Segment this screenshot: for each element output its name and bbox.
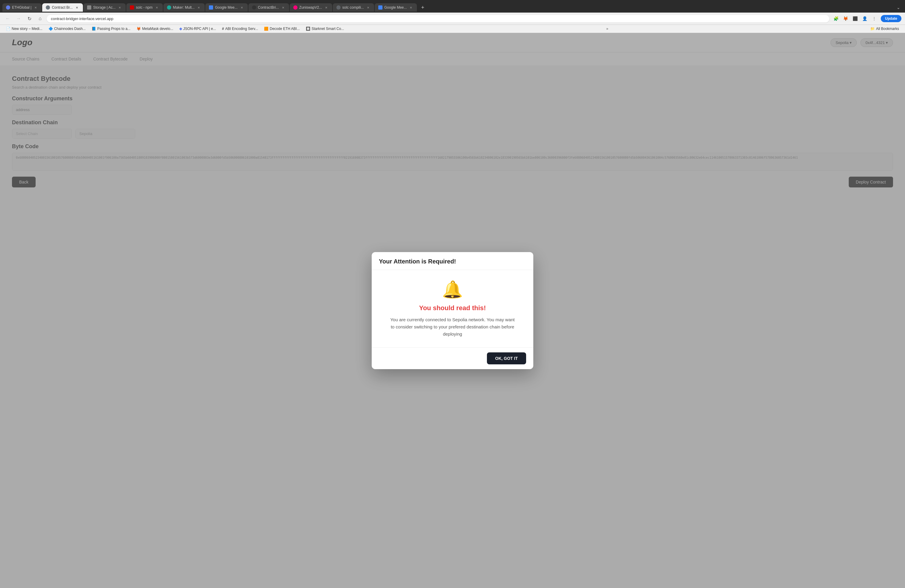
address-input[interactable] bbox=[47, 15, 829, 22]
tab-google1[interactable]: Google Mee... ✕ bbox=[205, 3, 248, 12]
forward-button[interactable]: → bbox=[14, 14, 23, 23]
modal-footer: OK, GOT IT bbox=[372, 348, 533, 369]
bookmark-favicon-story: 📄 bbox=[6, 27, 11, 31]
home-button[interactable]: ⌂ bbox=[36, 14, 44, 23]
bookmark-metamask[interactable]: 🦊 MetaMask develo... bbox=[134, 26, 176, 32]
tab-favicon-google2 bbox=[378, 5, 383, 10]
modal-warning-title: You should read this! bbox=[419, 304, 486, 312]
modal-warning-text: You are currently connected to Sepolia n… bbox=[390, 316, 515, 338]
modal-header: Your Attention is Required! bbox=[372, 252, 533, 270]
folder-icon: 📁 bbox=[870, 27, 875, 31]
bookmark-label-metamask: MetaMask develo... bbox=[142, 27, 173, 31]
bookmark-favicon-abi: # bbox=[222, 27, 224, 31]
tab-favicon-contract bbox=[46, 5, 50, 10]
menu-dots-icon[interactable]: ⋮ bbox=[870, 14, 878, 23]
tab-favicon-storage bbox=[87, 5, 91, 10]
tab-contractbri[interactable]: ContractBri... ✕ bbox=[248, 3, 289, 12]
tab-label-contract: Contract Br... bbox=[52, 5, 73, 10]
attention-modal: Your Attention is Required! 🔔 You should… bbox=[372, 252, 533, 369]
tab-label-contractbri: ContractBri... bbox=[258, 5, 279, 10]
tab-favicon-solc bbox=[130, 5, 134, 10]
tab-label-eth: ETHGlobal | bbox=[12, 5, 32, 10]
browser-frame: ETHGlobal | ✕ Contract Br... ✕ Storage |… bbox=[0, 0, 905, 588]
tab-eth[interactable]: ETHGlobal | ✕ bbox=[2, 3, 41, 12]
bell-icon: 🔔 bbox=[442, 280, 463, 299]
tab-favicon-github bbox=[252, 5, 256, 10]
bookmark-decode-eth[interactable]: 🟧 Decode ETH ABI... bbox=[262, 26, 302, 32]
new-tab-button[interactable]: + bbox=[419, 3, 427, 12]
metamask-fox-icon[interactable]: 🦊 bbox=[841, 14, 849, 23]
tab-close-contract[interactable]: ✕ bbox=[75, 5, 79, 10]
more-tabs-button[interactable]: ⌄ bbox=[894, 4, 903, 11]
tab-storage[interactable]: Storage | Ac... ✕ bbox=[84, 3, 126, 12]
bookmark-label-decode: Decode ETH ABI... bbox=[270, 27, 300, 31]
bookmark-new-story[interactable]: 📄 New story – Medi... bbox=[3, 26, 45, 32]
toolbar-icons: 🧩 🦊 ⬛ 👤 ⋮ bbox=[832, 14, 878, 23]
bookmarks-more-button[interactable]: » bbox=[605, 26, 610, 32]
bookmarks-folder-label: All Bookmarks bbox=[876, 27, 899, 31]
tab-favicon-maker bbox=[167, 5, 171, 10]
bookmark-label-props: Passing Props to a... bbox=[97, 27, 130, 31]
tab-favicon-google1 bbox=[209, 5, 213, 10]
modal-ok-button[interactable]: OK, GOT IT bbox=[487, 352, 526, 364]
bookmark-favicon-decode: 🟧 bbox=[264, 27, 268, 31]
tab-favicon-uniswap bbox=[293, 5, 297, 10]
tab-close-eth[interactable]: ✕ bbox=[33, 5, 38, 10]
tab-close-storage[interactable]: ✕ bbox=[117, 5, 122, 10]
tab-contract[interactable]: Contract Br... ✕ bbox=[42, 3, 83, 12]
profile-icon[interactable]: 👤 bbox=[861, 14, 869, 23]
tab-bar: ETHGlobal | ✕ Contract Br... ✕ Storage |… bbox=[0, 0, 905, 13]
bookmark-chainnodes[interactable]: 🔷 Chainnodes Dash... bbox=[46, 26, 88, 32]
page-content: Logo Sepolia ▾ 0x4f...4321 ▾ Source Chai… bbox=[0, 33, 905, 588]
tab-label-storage: Storage | Ac... bbox=[93, 5, 116, 10]
bookmark-favicon-metamask: 🦊 bbox=[137, 27, 141, 31]
reload-button[interactable]: ↻ bbox=[25, 14, 33, 23]
tab-close-google2[interactable]: ✕ bbox=[408, 5, 413, 10]
tab-close-solcc[interactable]: ✕ bbox=[366, 5, 370, 10]
modal-title: Your Attention is Required! bbox=[379, 258, 526, 265]
tab-close-maker[interactable]: ✕ bbox=[196, 5, 201, 10]
tab-label-google2: Google Mee... bbox=[384, 5, 407, 10]
bookmark-favicon-jsonrpc: ◆ bbox=[179, 27, 182, 31]
tab-label-maker: Maker: Mult... bbox=[173, 5, 195, 10]
bookmark-favicon-chainnodes: 🔷 bbox=[49, 27, 53, 31]
bookmark-label-story: New story – Medi... bbox=[12, 27, 43, 31]
tab-uniswap[interactable]: ZuniswapV2... ✕ bbox=[290, 3, 332, 12]
bookmark-label-starknet: Starknet Smart Co... bbox=[311, 27, 344, 31]
extensions-icon[interactable]: ⬛ bbox=[851, 14, 859, 23]
tab-label-solc: solc - npm bbox=[136, 5, 152, 10]
address-bar: ← → ↻ ⌂ 🧩 🦊 ⬛ 👤 ⋮ Update bbox=[0, 13, 905, 25]
tab-solcc[interactable]: solc compili... ✕ bbox=[333, 3, 374, 12]
tab-label-solcc: solc compili... bbox=[342, 5, 364, 10]
tab-close-solc[interactable]: ✕ bbox=[154, 5, 159, 10]
extensions-puzzle-icon[interactable]: 🧩 bbox=[832, 14, 840, 23]
modal-overlay: Your Attention is Required! 🔔 You should… bbox=[0, 33, 905, 588]
bookmark-favicon-starknet: 🔲 bbox=[306, 27, 310, 31]
bookmark-jsonrpc[interactable]: ◆ JSON-RPC API | e... bbox=[177, 26, 219, 32]
bookmark-label-chainnodes: Chainnodes Dash... bbox=[54, 27, 86, 31]
bookmark-starknet[interactable]: 🔲 Starknet Smart Co... bbox=[303, 26, 346, 32]
bookmark-label-jsonrpc: JSON-RPC API | e... bbox=[183, 27, 216, 31]
tab-close-uniswap[interactable]: ✕ bbox=[324, 5, 329, 10]
tab-favicon-solcc bbox=[337, 5, 341, 10]
bookmark-label-abi: ABI Encoding Serv... bbox=[225, 27, 258, 31]
tab-maker[interactable]: Maker: Mult... ✕ bbox=[164, 3, 205, 12]
bookmarks-folder-button[interactable]: 📁 All Bookmarks bbox=[868, 26, 902, 32]
tab-solc[interactable]: solc - npm ✕ bbox=[126, 3, 162, 12]
bookmark-favicon-props: 📘 bbox=[92, 27, 96, 31]
bookmark-passing-props[interactable]: 📘 Passing Props to a... bbox=[89, 26, 133, 32]
bookmarks-bar: 📄 New story – Medi... 🔷 Chainnodes Dash.… bbox=[0, 25, 905, 33]
back-button[interactable]: ← bbox=[3, 14, 12, 23]
modal-body: 🔔 You should read this! You are currentl… bbox=[372, 270, 533, 348]
update-button[interactable]: Update bbox=[881, 15, 902, 22]
tab-close-google1[interactable]: ✕ bbox=[240, 5, 244, 10]
tab-favicon-eth bbox=[6, 5, 10, 10]
tab-google2[interactable]: Google Mee... ✕ bbox=[375, 3, 417, 12]
bookmark-abi-encoding[interactable]: # ABI Encoding Serv... bbox=[220, 26, 261, 32]
tab-label-uniswap: ZuniswapV2... bbox=[299, 5, 322, 10]
tab-close-contractbri[interactable]: ✕ bbox=[281, 5, 286, 10]
tab-label-google1: Google Mee... bbox=[215, 5, 237, 10]
